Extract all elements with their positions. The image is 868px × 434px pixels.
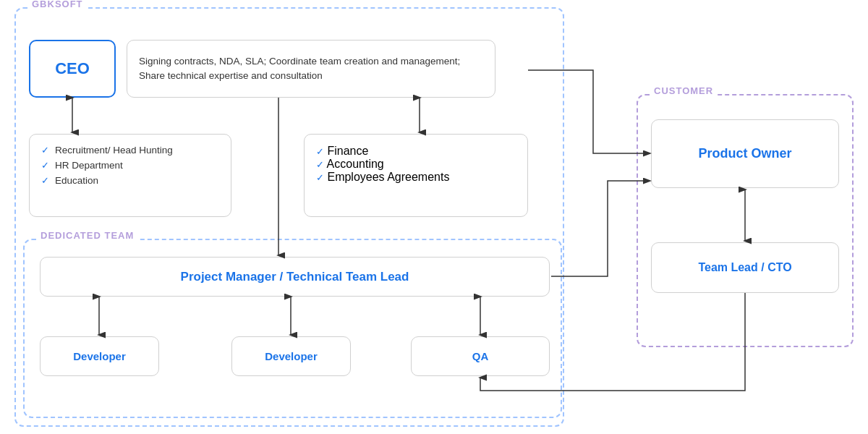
- hr-item-2-text: HR Department: [55, 160, 123, 171]
- finance-item-1-text: Finance: [327, 145, 368, 157]
- check-icon-1: ✓: [41, 145, 49, 156]
- developer-1-title: Developer: [73, 350, 126, 362]
- finance-box: ✓ Finance ✓ Accounting ✓ Employees Agree…: [304, 134, 528, 217]
- developer-1-card: Developer: [40, 336, 159, 376]
- hr-item-3: ✓ Education: [41, 175, 219, 186]
- gbksoft-label: GBKSOFT: [27, 0, 88, 9]
- developer-2-card: Developer: [231, 336, 351, 376]
- finance-item-1: ✓ Finance: [316, 145, 516, 158]
- hr-item-1-text: Recruitment/ Head Hunting: [55, 145, 173, 156]
- check-icon-4: ✓: [316, 146, 324, 157]
- developer-2-title: Developer: [265, 350, 318, 362]
- ceo-title: CEO: [55, 59, 90, 78]
- qa-title: QA: [472, 350, 489, 362]
- hr-item-1: ✓ Recruitment/ Head Hunting: [41, 145, 219, 156]
- dedicated-label: DEDICATED TEAM: [36, 230, 138, 241]
- check-icon-5: ✓: [316, 159, 324, 170]
- diagram: GBKSOFT CUSTOMER CEO Signing contracts, …: [0, 0, 868, 434]
- ceo-description: Signing contracts, NDA, SLA; Coordinate …: [127, 40, 495, 98]
- finance-item-3-text: Employees Agreements: [327, 171, 449, 183]
- check-icon-2: ✓: [41, 160, 49, 171]
- customer-label: CUSTOMER: [650, 85, 718, 96]
- product-owner-title: Product Owner: [698, 146, 791, 161]
- check-icon-6: ✓: [316, 172, 324, 183]
- hr-item-3-text: Education: [55, 175, 98, 186]
- hr-box: ✓ Recruitment/ Head Hunting ✓ HR Departm…: [29, 134, 231, 217]
- hr-item-2: ✓ HR Department: [41, 160, 219, 171]
- finance-item-3: ✓ Employees Agreements: [316, 171, 516, 184]
- ceo-card: CEO: [29, 40, 116, 98]
- team-lead-card: Team Lead / CTO: [651, 242, 839, 293]
- pm-card: Project Manager / Technical Team Lead: [40, 257, 550, 297]
- qa-card: QA: [411, 336, 550, 376]
- check-icon-3: ✓: [41, 175, 49, 186]
- team-lead-title: Team Lead / CTO: [698, 261, 791, 274]
- finance-item-2-text: Accounting: [327, 158, 384, 170]
- product-owner-card: Product Owner: [651, 119, 839, 188]
- finance-item-2: ✓ Accounting: [316, 158, 516, 171]
- pm-title: Project Manager / Technical Team Lead: [181, 270, 409, 284]
- ceo-desc-text: Signing contracts, NDA, SLA; Coordinate …: [139, 54, 483, 84]
